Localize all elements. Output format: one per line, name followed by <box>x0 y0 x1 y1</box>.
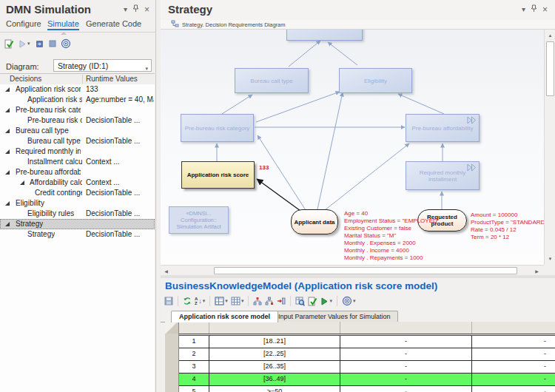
scroll-right-icon[interactable]: ▶ <box>533 267 541 274</box>
panel-title: Strategy <box>168 3 212 16</box>
diagram-canvas[interactable]: Bureau call type Eligibility Pre-bureau … <box>161 30 544 265</box>
tree-row[interactable]: Eligibility <box>0 198 155 209</box>
node-pre-bureau-risk-category[interactable]: Pre-bureau risk category <box>181 114 254 142</box>
node-strategy-decision[interactable] <box>286 30 363 41</box>
expander-icon[interactable] <box>5 222 10 226</box>
tree-row[interactable]: Affordability calculat...Context ... <box>0 178 155 188</box>
tree-row[interactable]: Pre-bureau affordability <box>0 167 155 178</box>
run-icon[interactable]: ▾ <box>320 295 332 307</box>
hierarchy-icon[interactable] <box>253 295 262 307</box>
link-element-icon[interactable] <box>277 295 286 307</box>
table-row[interactable]: 2 [22..25] - - <box>179 348 555 361</box>
tree-row[interactable]: Bureau call type tableDecisionTable ... <box>0 136 155 146</box>
validate-icon[interactable] <box>4 38 14 50</box>
tree-row[interactable]: Application risk score133 <box>0 84 155 95</box>
pin-icon[interactable] <box>531 4 537 14</box>
node-simulation-artifact[interactable]: «DMNSi...Configuration::Simulation Artif… <box>169 206 229 234</box>
expander-icon[interactable] <box>20 180 24 185</box>
window-menu-icon[interactable]: ▾ <box>124 6 127 13</box>
breadcrumb: Strategy. Decision Requirements Diagram <box>161 20 555 30</box>
validate-icon[interactable] <box>308 295 317 307</box>
expander-icon[interactable] <box>5 170 10 175</box>
scrollbar-corner <box>544 265 555 275</box>
bkm-tab-bar: Application risk score model Input Param… <box>161 311 555 322</box>
tree-row[interactable]: Installment calculationContext ... <box>0 157 155 167</box>
diagram-type-icon <box>171 20 179 29</box>
scroll-left-icon[interactable]: ◀ <box>162 267 170 274</box>
tree-row[interactable]: Pre-bureau risk category <box>0 105 155 115</box>
tree-row[interactable]: Credit contingen...DecisionTable ... <box>0 188 155 198</box>
tree-row[interactable]: Required monthly instal... <box>0 146 155 157</box>
diagram-label: Diagram: <box>6 62 39 71</box>
node-applicant-data[interactable]: Applicant data <box>291 209 338 234</box>
close-icon[interactable]: × <box>542 6 548 13</box>
save-icon[interactable] <box>164 295 173 307</box>
tree-row[interactable]: Bureau call type <box>0 126 155 136</box>
expander-icon[interactable] <box>5 87 10 92</box>
hierarchy-alt-icon[interactable] <box>265 295 274 307</box>
diagram-horizontal-scrollbar[interactable]: ◀ ▶ <box>161 265 544 275</box>
scroll-thumb[interactable] <box>546 41 554 96</box>
tree-row[interactable]: Eligibility rulesDecisionTable ... <box>0 209 155 219</box>
expander-icon[interactable] <box>5 149 10 154</box>
node-eligibility[interactable]: Eligibility <box>339 68 412 93</box>
tab-generate-code[interactable]: Generate Code <box>86 19 141 28</box>
tree-row-selected[interactable]: Strategy <box>0 219 155 229</box>
refresh-icon[interactable] <box>183 295 192 307</box>
table-row-matched[interactable]: 4 [36..49] - - <box>179 374 555 386</box>
column-divider[interactable] <box>82 75 83 84</box>
diagram-select[interactable]: Strategy (ID:1) ▾ <box>53 59 152 72</box>
node-bureau-call-type[interactable]: Bureau call type <box>235 68 309 93</box>
node-required-monthly-installment[interactable]: Required monthly installment <box>406 161 480 190</box>
find-in-table-icon[interactable] <box>295 295 305 307</box>
bkm-marker-icon <box>467 163 477 173</box>
simulation-target-icon[interactable] <box>61 38 71 50</box>
expander-icon[interactable] <box>5 108 10 112</box>
bkm-toolbar: AZ↓▾ ▾ ▾ ▾ ▾ <box>164 294 355 308</box>
bkm-title: BusinessKnowledgeModel (Application risk… <box>165 280 437 291</box>
grid-view-icon[interactable]: ▾ <box>231 295 244 307</box>
scroll-up-icon[interactable]: ▲ <box>546 31 554 39</box>
node-pre-bureau-affordability[interactable]: Pre-bureau affordability <box>406 114 480 142</box>
node-application-risk-score[interactable]: Application risk score <box>181 161 255 189</box>
scroll-down-icon[interactable]: ▼ <box>546 254 554 263</box>
table-row[interactable]: 3 [26..35] - - <box>179 361 555 374</box>
sort-icon[interactable]: AZ↓▾ <box>195 295 205 307</box>
scroll-thumb[interactable] <box>214 267 517 274</box>
left-tab-bar: Configure Simulate Generate Code <box>0 19 155 33</box>
applicant-data-values: Age = 40 Employment Status = "EMPLOYED" … <box>344 210 440 262</box>
table-layout-icon[interactable]: ▾ <box>215 295 228 307</box>
simulation-target-icon[interactable]: ▾ <box>342 295 356 307</box>
window-menu-icon[interactable]: ▾ <box>522 6 525 13</box>
simulate-toolbar: ▾ <box>4 37 71 50</box>
stop-icon[interactable] <box>49 38 56 50</box>
tab-input-parameter-values[interactable]: Input Parameter Values for Simulation <box>270 311 398 322</box>
run-simulation-icon[interactable]: ▾ <box>18 38 30 50</box>
tree-row[interactable]: StrategyDecisionTable ... <box>0 229 155 240</box>
strategy-diagram-panel: Strategy ▾ × Strategy. Decision Requirem… <box>161 0 555 275</box>
requested-product-values: Amount = 100000 ProductType = "STANDARD … <box>471 212 544 241</box>
expander-icon[interactable] <box>5 129 10 133</box>
diagram-vertical-scrollbar[interactable]: ▲ ▼ <box>544 30 555 265</box>
runtime-value-label: 133 <box>259 164 269 171</box>
tab-application-risk-score-model[interactable]: Application risk score model <box>171 311 278 322</box>
tree-row[interactable]: Application risk scor...Age:number = 40,… <box>0 95 155 105</box>
business-knowledge-model-panel: BusinessKnowledgeModel (Application risk… <box>161 278 555 392</box>
table-row[interactable]: 1 [18..21] - - <box>179 336 555 348</box>
panel-title: DMN Simulation <box>6 3 91 16</box>
close-icon[interactable]: × <box>144 6 149 13</box>
tab-simulate[interactable]: Simulate <box>47 19 79 30</box>
decisions-tree: Application risk score133 Application ri… <box>0 84 155 392</box>
hit-policy-corner-cell[interactable] <box>165 322 179 334</box>
pin-icon[interactable] <box>132 4 139 14</box>
active-tab-notch <box>61 32 67 35</box>
column-runtime-values[interactable]: Runtime Values <box>86 75 138 83</box>
table-row[interactable]: 5 >=50 - - <box>179 386 555 392</box>
expander-icon[interactable] <box>5 201 10 206</box>
tree-row[interactable]: Pre-bureau risk cate...DecisionTable ... <box>0 115 155 126</box>
step-icon[interactable] <box>35 38 44 50</box>
breadcrumb-text: Strategy. Decision Requirements Diagram <box>182 21 286 28</box>
column-decisions[interactable]: Decisions <box>10 75 41 83</box>
window-controls: ▾ × <box>522 4 548 14</box>
tab-configure[interactable]: Configure <box>6 19 41 28</box>
